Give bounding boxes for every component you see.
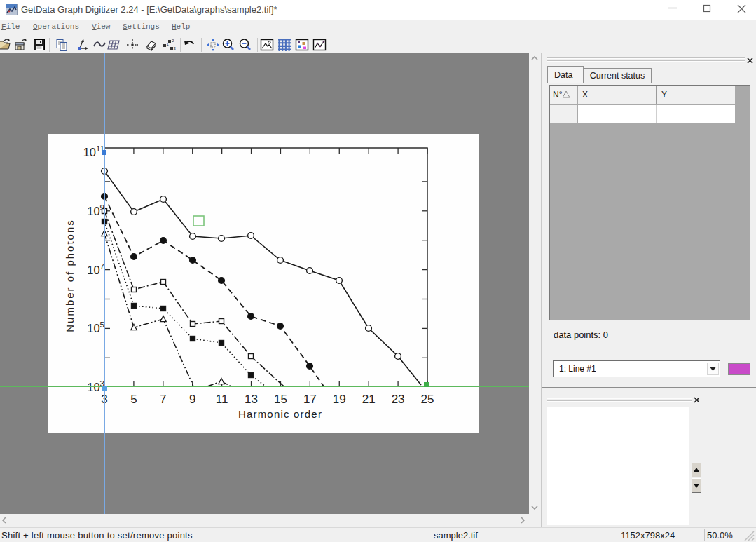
svg-text:13: 13 (245, 393, 258, 406)
svg-text:Harmonic order: Harmonic order (238, 408, 322, 420)
svg-text:17: 17 (303, 393, 317, 406)
svg-text:7: 7 (160, 393, 166, 406)
svg-text:19: 19 (333, 393, 346, 406)
svg-text:2: 2 (172, 39, 174, 43)
svg-text:107: 107 (87, 262, 104, 276)
svg-text:105: 105 (87, 320, 104, 334)
svg-text:15: 15 (274, 393, 287, 406)
svg-text:23: 23 (392, 393, 405, 406)
svg-text:5: 5 (130, 393, 137, 406)
svg-text:21: 21 (362, 393, 376, 406)
svg-text:Number of photons: Number of photons (64, 219, 76, 332)
svg-text:25: 25 (421, 393, 434, 406)
svg-text:3: 3 (174, 46, 177, 50)
svg-text:9: 9 (189, 393, 195, 406)
svg-text:11: 11 (216, 393, 228, 406)
